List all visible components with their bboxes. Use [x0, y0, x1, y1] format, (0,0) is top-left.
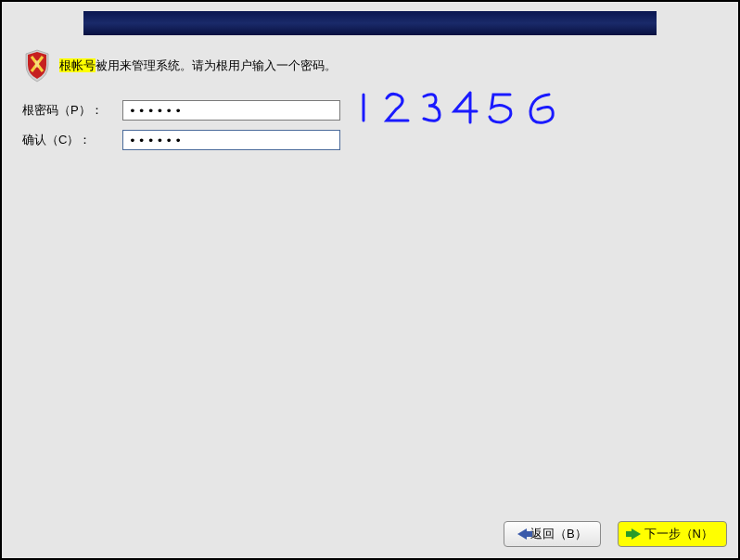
next-button-label: 下一步（N） — [644, 526, 713, 542]
footer-buttons: 返回（B） 下一步（N） — [504, 521, 727, 547]
svg-rect-0 — [35, 60, 39, 68]
intro-row: 根帐号被用来管理系统。请为根用户输入一个密码。 — [22, 48, 718, 83]
installer-window: 根帐号被用来管理系统。请为根用户输入一个密码。 根密码（P）： 确认（C）： — [2, 2, 738, 558]
shield-icon — [22, 48, 52, 83]
password-input[interactable] — [122, 100, 340, 121]
password-label: 根密码（P）： — [22, 102, 122, 119]
intro-highlighted: 根帐号 — [59, 58, 96, 72]
intro-rest: 被用来管理系统。请为根用户输入一个密码。 — [96, 58, 337, 72]
back-button[interactable]: 返回（B） — [504, 521, 601, 547]
confirm-row: 确认（C）： — [22, 130, 718, 150]
handwriting-annotation — [354, 85, 595, 132]
back-button-label: 返回（B） — [530, 526, 587, 542]
arrow-left-icon — [517, 528, 527, 540]
titlebar — [83, 11, 657, 35]
confirm-label: 确认（C）： — [22, 132, 122, 148]
arrow-right-icon — [632, 528, 641, 540]
next-button[interactable]: 下一步（N） — [618, 521, 727, 547]
confirm-input[interactable] — [122, 130, 340, 150]
intro-text: 根帐号被用来管理系统。请为根用户输入一个密码。 — [59, 57, 337, 74]
